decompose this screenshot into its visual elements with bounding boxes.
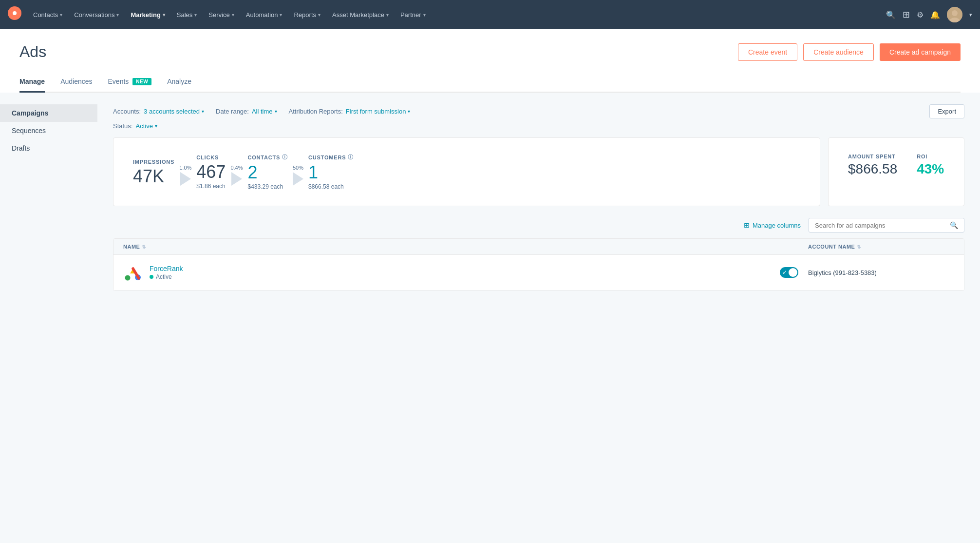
nav-conversations[interactable]: Conversations ▾: [68, 0, 125, 29]
funnel-arrow-2: 0.4%: [230, 165, 243, 186]
customers-stat: CUSTOMERS ⓘ 1 $866.58 each: [308, 154, 354, 190]
header-buttons: Create event Create audience Create ad c…: [738, 43, 961, 61]
chevron-down-icon[interactable]: ▾: [969, 12, 972, 18]
search-icon[interactable]: 🔍: [886, 10, 896, 19]
main-content: Accounts: 3 accounts selected ▾ Date ran…: [97, 93, 980, 543]
export-button[interactable]: Export: [929, 104, 964, 118]
funnel-stats-card: IMPRESSIONS 47K 1.0% CLICKS 467: [113, 137, 820, 206]
table-row: ForceRank Active ✓ Biglytics (991-823-53…: [113, 255, 964, 291]
manage-columns-button[interactable]: ⊞ Manage columns: [744, 221, 801, 229]
status-filter: Status: Active ▾: [113, 122, 157, 130]
chevron-down-icon: ▾: [232, 12, 234, 18]
chevron-down-icon: ▾: [60, 12, 62, 18]
create-ad-campaign-button[interactable]: Create ad campaign: [880, 43, 961, 61]
roi-stat: ROI 43%: [917, 154, 944, 176]
chevron-down-icon: ▾: [318, 12, 320, 18]
contacts-stat: CONTACTS ⓘ 2 $433.29 each: [247, 154, 288, 190]
sidebar-item-sequences[interactable]: Sequences: [0, 122, 97, 139]
campaigns-table: NAME ⇅ ACCOUNT NAME ⇅: [113, 238, 964, 291]
nav-sales[interactable]: Sales ▾: [171, 0, 203, 29]
stats-funnel: IMPRESSIONS 47K 1.0% CLICKS 467: [133, 154, 800, 190]
nav-contacts[interactable]: Contacts ▾: [27, 0, 68, 29]
toggle-knob: [789, 268, 797, 277]
th-name: NAME ⇅: [123, 244, 808, 250]
sort-icon[interactable]: ⇅: [142, 244, 146, 250]
toggle-area: ✓: [780, 267, 798, 278]
create-audience-button[interactable]: Create audience: [803, 43, 874, 61]
tabs: Manage Audiences Events NEW Analyze: [19, 73, 961, 93]
svg-point-2: [952, 10, 958, 16]
nav-automation[interactable]: Automation ▾: [240, 0, 288, 29]
campaign-logo: [123, 263, 143, 282]
chevron-down-icon: ▾: [386, 12, 389, 18]
accounts-filter-value[interactable]: 3 accounts selected ▾: [144, 108, 204, 115]
chevron-down-icon: ▾: [408, 109, 410, 114]
status-filter-value[interactable]: Active ▾: [135, 122, 157, 130]
settings-icon[interactable]: ⚙: [917, 10, 923, 19]
status-filter-row: Status: Active ▾: [113, 122, 964, 130]
accounts-filter: Accounts: 3 accounts selected ▾: [113, 108, 204, 115]
avatar[interactable]: [947, 7, 962, 22]
chevron-down-icon: ▾: [155, 123, 157, 129]
nav-reports[interactable]: Reports ▾: [288, 0, 326, 29]
stats-row: IMPRESSIONS 47K 1.0% CLICKS 467: [113, 137, 964, 206]
marketplace-icon[interactable]: ⊞: [903, 9, 910, 20]
date-range-filter-value[interactable]: All time ▾: [252, 108, 277, 115]
sidebar: Campaigns Sequences Drafts: [0, 93, 97, 543]
sidebar-item-campaigns[interactable]: Campaigns: [0, 104, 97, 122]
notifications-icon[interactable]: 🔔: [930, 10, 940, 19]
sidebar-item-drafts[interactable]: Drafts: [0, 139, 97, 157]
navbar: Contacts ▾ Conversations ▾ Marketing ▾ S…: [0, 0, 980, 29]
new-badge: NEW: [132, 78, 151, 85]
page-content: Ads Create event Create audience Create …: [0, 29, 980, 93]
chevron-down-icon: ▾: [423, 12, 426, 18]
sort-icon[interactable]: ⇅: [857, 244, 861, 250]
campaign-name[interactable]: ForceRank: [150, 265, 780, 272]
hubspot-logo[interactable]: [8, 6, 21, 23]
create-event-button[interactable]: Create event: [738, 43, 797, 61]
th-account-name: ACCOUNT NAME ⇅: [808, 244, 954, 250]
status-dot: [150, 275, 153, 279]
page-title: Ads: [19, 43, 46, 61]
stats-right-inner: AMOUNT SPENT $866.58 ROI 43%: [848, 154, 944, 176]
check-icon: ✓: [782, 269, 787, 276]
tab-analyze[interactable]: Analyze: [167, 73, 191, 93]
info-icon[interactable]: ⓘ: [348, 154, 354, 161]
funnel-arrow-shape: [231, 172, 242, 186]
nav-asset-marketplace[interactable]: Asset Marketplace ▾: [326, 0, 395, 29]
campaign-toggle[interactable]: ✓: [780, 267, 798, 278]
amount-spent-stat: AMOUNT SPENT $866.58: [848, 154, 897, 176]
tab-manage[interactable]: Manage: [19, 73, 45, 93]
funnel-arrow-1: 1.0%: [179, 165, 191, 186]
nav-marketing[interactable]: Marketing ▾: [125, 0, 170, 29]
funnel-arrow-shape: [293, 172, 303, 186]
impressions-stat: IMPRESSIONS 47K: [133, 159, 174, 185]
search-input[interactable]: [815, 222, 946, 229]
chevron-down-icon: ▾: [280, 12, 282, 18]
nav-service[interactable]: Service ▾: [203, 0, 240, 29]
page-header: Ads Create event Create audience Create …: [19, 43, 961, 61]
chevron-down-icon: ▾: [275, 109, 277, 114]
nav-items: Contacts ▾ Conversations ▾ Marketing ▾ S…: [27, 0, 886, 29]
roi-stats-card: AMOUNT SPENT $866.58 ROI 43%: [828, 137, 964, 206]
table-header: NAME ⇅ ACCOUNT NAME ⇅: [113, 239, 964, 255]
campaign-status: Active: [150, 273, 780, 280]
info-icon[interactable]: ⓘ: [282, 154, 288, 161]
search-box: 🔍: [809, 218, 964, 233]
table-controls: ⊞ Manage columns 🔍: [113, 218, 964, 233]
svg-point-8: [125, 275, 131, 281]
attribution-filter-value[interactable]: First form submission ▾: [346, 108, 411, 115]
funnel-arrow-3: 50%: [293, 165, 303, 186]
date-range-filter: Date range: All time ▾: [216, 108, 277, 115]
search-icon[interactable]: 🔍: [950, 221, 958, 229]
attribution-filter: Attribution Reports: First form submissi…: [289, 108, 411, 115]
funnel-arrow-shape: [180, 172, 191, 186]
chevron-down-icon: ▾: [202, 109, 204, 114]
nav-right: 🔍 ⊞ ⚙ 🔔 ▾: [886, 7, 972, 22]
campaign-info: ForceRank Active: [150, 265, 780, 280]
tab-events[interactable]: Events NEW: [108, 73, 152, 93]
clicks-stat: CLICKS 467 $1.86 each: [196, 155, 226, 190]
nav-partner[interactable]: Partner ▾: [395, 0, 432, 29]
tab-audiences[interactable]: Audiences: [60, 73, 92, 93]
chevron-down-icon: ▾: [163, 12, 165, 18]
